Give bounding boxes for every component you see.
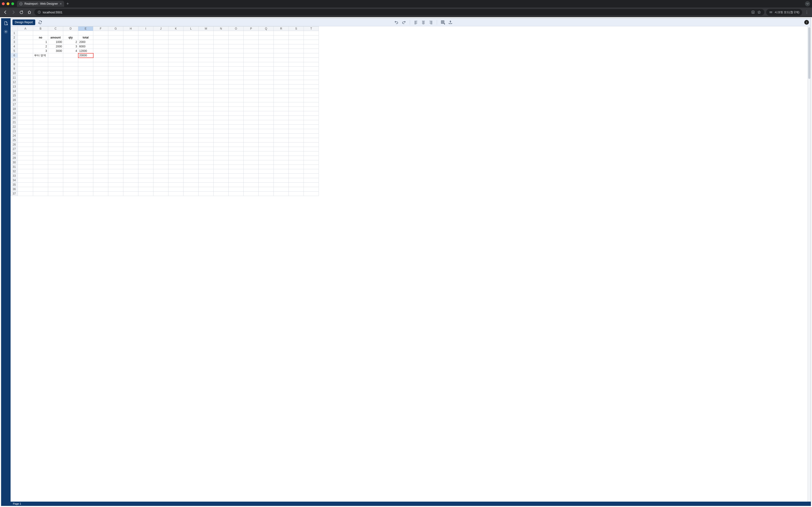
cell-K14[interactable] xyxy=(168,89,184,94)
cell-Q29[interactable] xyxy=(259,156,274,160)
cell-O32[interactable] xyxy=(229,169,244,174)
cell-D21[interactable] xyxy=(63,120,78,125)
cell-L11[interactable] xyxy=(184,75,199,80)
cell-P35[interactable] xyxy=(244,183,259,187)
cell-M37[interactable] xyxy=(199,191,214,196)
cell-Q34[interactable] xyxy=(259,178,274,183)
cell-H3[interactable] xyxy=(123,40,138,44)
cell-D18[interactable] xyxy=(63,107,78,111)
cell-S1[interactable] xyxy=(289,31,304,36)
cell-S16[interactable] xyxy=(289,98,304,102)
cell-R24[interactable] xyxy=(274,133,289,138)
cell-F23[interactable] xyxy=(93,129,108,133)
cell-R2[interactable] xyxy=(274,36,289,40)
cell-K11[interactable] xyxy=(168,75,184,80)
cell-C11[interactable] xyxy=(48,75,63,80)
rail-settings-icon[interactable] xyxy=(3,29,8,34)
cell-D35[interactable] xyxy=(63,183,78,187)
cell-N13[interactable] xyxy=(214,84,229,89)
cell-K2[interactable] xyxy=(168,36,184,40)
cell-G29[interactable] xyxy=(108,156,123,160)
cell-N17[interactable] xyxy=(214,102,229,107)
cell-K28[interactable] xyxy=(168,151,184,156)
cell-K30[interactable] xyxy=(168,160,184,165)
cell-H14[interactable] xyxy=(123,89,138,94)
cell-S2[interactable] xyxy=(289,36,304,40)
cell-P15[interactable] xyxy=(244,94,259,98)
cell-L33[interactable] xyxy=(184,174,199,178)
cell-G1[interactable] xyxy=(108,31,123,36)
cell-A2[interactable] xyxy=(18,36,33,40)
cell-M31[interactable] xyxy=(199,165,214,169)
cell-S17[interactable] xyxy=(289,102,304,107)
cell-M23[interactable] xyxy=(199,129,214,133)
cell-I13[interactable] xyxy=(138,84,153,89)
cell-D29[interactable] xyxy=(63,156,78,160)
cell-O30[interactable] xyxy=(229,160,244,165)
cell-P31[interactable] xyxy=(244,165,259,169)
cell-T6[interactable] xyxy=(304,53,319,58)
cell-J7[interactable] xyxy=(153,58,168,62)
cell-C21[interactable] xyxy=(48,120,63,125)
cell-L24[interactable] xyxy=(184,133,199,138)
cell-M6[interactable] xyxy=(199,53,214,58)
cell-E4[interactable]: 6000 xyxy=(78,44,93,49)
cell-S13[interactable] xyxy=(289,84,304,89)
cell-L19[interactable] xyxy=(184,111,199,116)
cell-I5[interactable] xyxy=(138,49,153,53)
align-left-button[interactable] xyxy=(413,20,418,25)
cell-O28[interactable] xyxy=(229,151,244,156)
cell-H23[interactable] xyxy=(123,129,138,133)
row-header-34[interactable]: 34 xyxy=(11,178,18,183)
cell-J30[interactable] xyxy=(153,160,168,165)
cell-O27[interactable] xyxy=(229,147,244,151)
cell-B21[interactable] xyxy=(33,120,48,125)
cell-A19[interactable] xyxy=(18,111,33,116)
cell-D36[interactable] xyxy=(63,187,78,191)
cell-G17[interactable] xyxy=(108,102,123,107)
cell-D33[interactable] xyxy=(63,174,78,178)
cell-I26[interactable] xyxy=(138,143,153,147)
cell-A4[interactable] xyxy=(18,44,33,49)
cell-R17[interactable] xyxy=(274,102,289,107)
row-header-32[interactable]: 32 xyxy=(11,169,18,174)
cell-M34[interactable] xyxy=(199,178,214,183)
cell-O23[interactable] xyxy=(229,129,244,133)
cell-E10[interactable] xyxy=(78,71,93,75)
cell-Q36[interactable] xyxy=(259,187,274,191)
vertical-scrollbar[interactable] xyxy=(808,26,811,502)
cell-E2[interactable]: total xyxy=(78,36,93,40)
cell-K19[interactable] xyxy=(168,111,184,116)
cell-C3[interactable]: 1000 xyxy=(48,40,63,44)
cell-P14[interactable] xyxy=(244,89,259,94)
cell-F5[interactable] xyxy=(93,49,108,53)
cell-M20[interactable] xyxy=(199,116,214,120)
cell-B19[interactable] xyxy=(33,111,48,116)
cell-N10[interactable] xyxy=(214,71,229,75)
cell-J18[interactable] xyxy=(153,107,168,111)
cell-B24[interactable] xyxy=(33,133,48,138)
cell-R37[interactable] xyxy=(274,191,289,196)
cell-D17[interactable] xyxy=(63,102,78,107)
browser-menu-button[interactable]: ⋮ xyxy=(804,10,810,14)
cell-K29[interactable] xyxy=(168,156,184,160)
cell-P6[interactable] xyxy=(244,53,259,58)
cell-J10[interactable] xyxy=(153,71,168,75)
cell-G19[interactable] xyxy=(108,111,123,116)
cell-H6[interactable] xyxy=(123,53,138,58)
cell-T28[interactable] xyxy=(304,151,319,156)
cell-G8[interactable] xyxy=(108,62,123,67)
cell-C7[interactable] xyxy=(48,58,63,62)
cell-N34[interactable] xyxy=(214,178,229,183)
cell-E34[interactable] xyxy=(78,178,93,183)
cell-D28[interactable] xyxy=(63,151,78,156)
cell-N22[interactable] xyxy=(214,125,229,129)
cell-J24[interactable] xyxy=(153,133,168,138)
cell-B5[interactable]: 3 xyxy=(33,49,48,53)
cell-D14[interactable] xyxy=(63,89,78,94)
cell-F1[interactable] xyxy=(93,31,108,36)
cell-R35[interactable] xyxy=(274,183,289,187)
cell-F15[interactable] xyxy=(93,94,108,98)
cell-H12[interactable] xyxy=(123,80,138,84)
cell-R18[interactable] xyxy=(274,107,289,111)
